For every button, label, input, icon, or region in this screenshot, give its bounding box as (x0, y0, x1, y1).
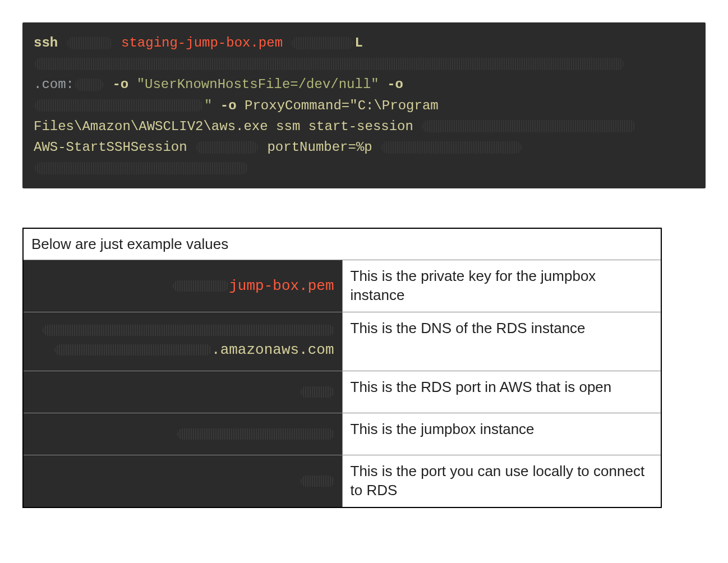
o-flag-2: -o (387, 77, 403, 92)
known-hosts-string: "UserKnownHostsFile=/dev/null" (137, 77, 379, 92)
table-row: jump-box.pem This is the private key for… (23, 260, 661, 312)
example-value-cell: jump-box.pem (23, 260, 342, 312)
code-line-5: Files\Amazon\AWSCLIV2\aws.exe ssm start-… (34, 116, 694, 137)
redacted-icon (67, 37, 112, 49)
example-desc-cell: This is the jumpbox instance (342, 413, 661, 455)
example-value-cell (23, 455, 342, 507)
redacted-icon (177, 428, 334, 440)
example-dns: .amazonaws.com (211, 342, 334, 358)
o-flag-3: -o (220, 98, 237, 113)
example-caption: Below are just example values (23, 228, 661, 260)
o-flag-1: -o (112, 77, 128, 92)
proxy-command-part2: Files\Amazon\AWSCLIV2\aws.exe ssm start-… (34, 119, 413, 134)
code-line-6: AWS-StartSSHSession portNumber=%p (34, 137, 694, 158)
redacted-icon (35, 99, 203, 112)
table-row: This is the RDS port in AWS that is open (23, 371, 661, 413)
code-line-7 (34, 158, 694, 178)
code-line-2 (34, 53, 694, 74)
redacted-icon (196, 141, 258, 154)
ssh-session-doc: AWS-StartSSHSession (34, 140, 187, 155)
redacted-icon (35, 58, 624, 70)
example-values-table: Below are just example values jump-box.p… (22, 228, 662, 507)
close-quote: " (204, 98, 212, 113)
code-line-3: .com: -o "UserKnownHostsFile=/dev/null" … (34, 74, 694, 95)
L-flag: L (354, 35, 362, 50)
example-value-cell (23, 413, 342, 455)
code-line-1: ssh staging-jump-box.pem L (34, 33, 694, 53)
code-line-4: " -o ProxyCommand="C:\Program (34, 95, 694, 116)
redacted-icon (54, 344, 211, 356)
redacted-icon (43, 325, 334, 336)
ssh-command: ssh (34, 35, 58, 50)
example-desc-cell: This is the RDS port in AWS that is open (342, 371, 661, 413)
proxy-command-part1: ProxyCommand="C:\Program (245, 98, 439, 113)
redacted-icon (301, 386, 334, 398)
example-desc-cell: This is the DNS of the RDS instance (342, 312, 661, 371)
pem-file: staging-jump-box.pem (121, 35, 283, 50)
example-value-cell (23, 371, 342, 413)
redacted-icon (173, 280, 229, 292)
redacted-icon (292, 37, 353, 49)
table-row: This is the jumpbox instance (23, 413, 661, 455)
example-pem: jump-box.pem (229, 278, 334, 294)
redacted-icon (381, 141, 522, 154)
dot-com: .com: (34, 77, 74, 92)
example-value-cell: .amazonaws.com (23, 312, 342, 371)
example-desc-cell: This is the private key for the jumpbox … (342, 260, 661, 312)
example-desc-cell: This is the port you can use locally to … (342, 455, 661, 507)
redacted-icon (422, 120, 635, 132)
redacted-icon (75, 79, 103, 91)
redacted-icon (301, 476, 334, 487)
table-row: This is the port you can use locally to … (23, 455, 661, 507)
redacted-icon (35, 162, 248, 174)
table-row: .amazonaws.com This is the DNS of the RD… (23, 312, 661, 371)
ssh-command-code-block: ssh staging-jump-box.pem L .com: -o "Use… (22, 22, 706, 188)
port-number-param: portNumber=%p (267, 140, 372, 155)
